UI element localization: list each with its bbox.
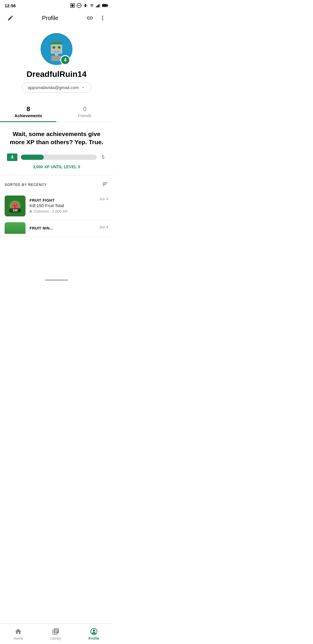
achievement-list: 150 FRUIT FIGHT Kill 150 Fruit Total Com… — [0, 192, 113, 236]
achievement-date-1: Jun 4 — [99, 197, 108, 201]
achievements-count: 8 — [26, 105, 30, 113]
rarity-dot-1 — [30, 210, 32, 213]
rarity-label-1: Common · 2,000 XP — [34, 209, 68, 214]
avatar-container[interactable]: 4 — [41, 33, 72, 65]
progress-row: 4 5 — [7, 153, 106, 161]
next-level: 5 — [100, 155, 106, 160]
svg-point-22 — [58, 47, 60, 48]
vibrate-icon — [83, 3, 88, 8]
svg-rect-18 — [51, 44, 62, 54]
do-not-disturb-icon — [77, 3, 82, 8]
xp-message: Wait, some achievements give more XP tha… — [7, 130, 106, 146]
achievement-info-2: FRUIT NIN... — [30, 226, 95, 230]
status-bar: 12:56 — [0, 0, 113, 10]
svg-point-21 — [53, 47, 54, 48]
progress-bar-fill — [21, 155, 44, 160]
link-icon — [86, 15, 93, 21]
email-selector[interactable]: appsmalavida@gmail.com — [22, 82, 91, 93]
top-bar-actions — [84, 12, 108, 24]
achievement-game-1: FRUIT FIGHT — [30, 198, 95, 202]
svg-rect-1 — [71, 4, 74, 7]
svg-rect-24 — [55, 54, 58, 56]
svg-rect-4 — [85, 4, 86, 7]
progress-bar-container — [21, 155, 97, 160]
edit-icon — [7, 15, 14, 21]
watermelon-svg: 150 — [7, 198, 23, 214]
achievements-label: Achievements — [14, 113, 42, 118]
current-level: 4 — [7, 153, 17, 161]
battery-icon — [102, 4, 108, 7]
svg-rect-11 — [99, 4, 99, 7]
achievement-meta-1: Common · 2,000 XP — [30, 209, 95, 214]
svg-point-7 — [92, 6, 92, 7]
achievement-item-1[interactable]: 150 FRUIT FIGHT Kill 150 Fruit Total Com… — [0, 192, 113, 220]
status-time: 12:56 — [5, 3, 16, 8]
nav-pill — [45, 279, 68, 281]
friends-label: Friends — [78, 113, 92, 118]
tab-achievements[interactable]: 8 Achievements — [0, 103, 57, 122]
status-icons — [70, 3, 108, 8]
nav-indicator — [0, 277, 113, 285]
wifi-icon — [89, 3, 94, 8]
achievement-date-2: Jun 4 — [99, 225, 108, 229]
more-button[interactable] — [97, 12, 108, 24]
page-title: Profile — [42, 15, 59, 21]
svg-point-31 — [14, 206, 16, 208]
svg-rect-12 — [100, 4, 100, 8]
dropdown-icon — [81, 86, 85, 90]
svg-rect-8 — [96, 6, 97, 7]
sort-button[interactable] — [102, 181, 108, 189]
svg-rect-6 — [87, 5, 87, 6]
screenshot-icon — [70, 3, 75, 8]
email-text: appsmalavida@gmail.com — [28, 85, 79, 90]
svg-rect-15 — [108, 5, 108, 6]
edit-button[interactable] — [5, 12, 16, 24]
username: DreadfulRuin14 — [27, 70, 87, 79]
signal-icon — [96, 3, 101, 8]
achievement-name-1: Kill 150 Fruit Total — [30, 203, 95, 208]
tab-active-indicator — [0, 121, 57, 122]
avatar-section: 4 DreadfulRuin14 appsmalavida@gmail.com — [0, 27, 113, 97]
sort-icon — [102, 181, 108, 187]
achievement-item-2[interactable]: FRUIT NIN... Jun 4 — [0, 220, 113, 236]
achievement-info-1: FRUIT FIGHT Kill 150 Fruit Total Common … — [30, 198, 95, 214]
level-badge: 4 — [60, 55, 70, 65]
svg-rect-5 — [84, 5, 84, 6]
svg-text:150: 150 — [12, 209, 17, 212]
tab-friends[interactable]: 0 Friends — [57, 103, 113, 122]
until-label: UNTIL LEVEL 5 — [51, 164, 80, 169]
xp-until-text: 3,000 XP UNTIL LEVEL 5 — [7, 164, 106, 169]
achievement-icon-2 — [5, 222, 26, 234]
more-icon — [99, 15, 106, 21]
svg-rect-14 — [102, 4, 107, 6]
tabs-section: 8 Achievements 0 Friends — [0, 103, 113, 122]
sort-label: SORTED BY RECENCY — [5, 183, 47, 187]
xp-section: Wait, some achievements give more XP tha… — [0, 122, 113, 175]
svg-rect-23 — [53, 51, 60, 52]
link-button[interactable] — [84, 12, 96, 24]
xp-amount: 3,000 XP — [33, 164, 50, 169]
achievement-icon-1: 150 — [5, 196, 26, 216]
top-bar: Profile — [0, 10, 113, 27]
achievement-game-2: FRUIT NIN... — [30, 226, 95, 230]
svg-rect-10 — [98, 5, 98, 8]
svg-rect-9 — [97, 6, 97, 7]
sort-row: SORTED BY RECENCY — [0, 175, 113, 192]
friends-count: 0 — [83, 105, 86, 113]
